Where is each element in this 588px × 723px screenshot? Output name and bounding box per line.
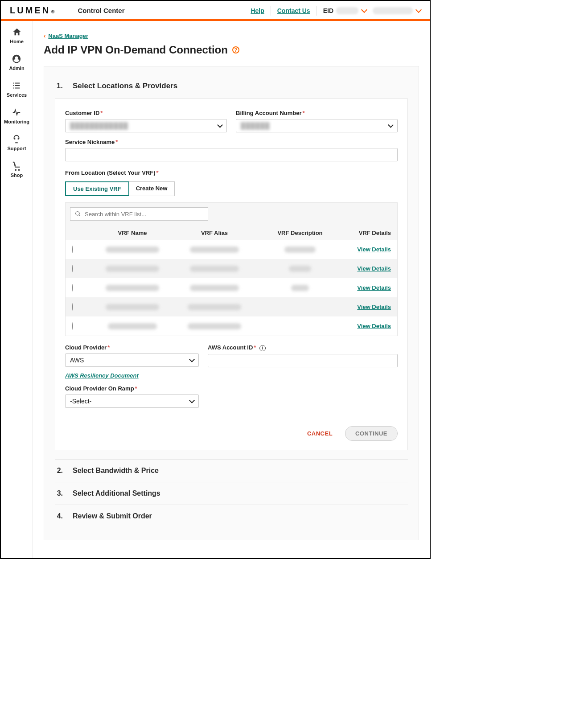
- required-marker: *: [303, 110, 305, 116]
- continue-button[interactable]: CONTINUE: [345, 426, 398, 441]
- tab-use-existing-vrf[interactable]: Use Existing VRF: [65, 181, 129, 196]
- radio-icon[interactable]: [72, 284, 73, 292]
- cancel-button[interactable]: CANCEL: [307, 430, 333, 437]
- support-icon: [12, 134, 21, 144]
- radio-icon[interactable]: [72, 322, 73, 330]
- chevron-down-icon: [189, 398, 195, 403]
- eid-value-redacted: [336, 7, 358, 14]
- sidebar-item-services[interactable]: Services: [7, 81, 27, 98]
- col-vrf-name: VRF Name: [90, 230, 175, 236]
- page-title-text: Add IP VPN On-Demand Connection: [44, 44, 228, 56]
- account-menu[interactable]: [373, 7, 421, 14]
- sidebar-label: Admin: [9, 66, 24, 71]
- step-number: 2.: [55, 467, 63, 475]
- sidebar-item-admin[interactable]: Admin: [9, 54, 24, 71]
- vrf-desc-redacted: [289, 266, 311, 272]
- cloud-provider-on-ramp-label: Cloud Provider On Ramp*: [65, 385, 199, 392]
- vrf-alias-redacted: [190, 246, 239, 253]
- eid-menu[interactable]: EID: [323, 7, 366, 14]
- sidebar-label: Monitoring: [4, 119, 29, 124]
- vrf-row[interactable]: View Details: [66, 316, 397, 336]
- aws-account-id-input[interactable]: [208, 354, 398, 367]
- cloud-provider-on-ramp-select[interactable]: -Select-: [65, 394, 199, 408]
- customer-id-select[interactable]: ████████████: [65, 119, 227, 132]
- vrf-row[interactable]: View Details: [66, 259, 397, 278]
- service-nickname-field[interactable]: [70, 148, 393, 161]
- step-4-header[interactable]: 4. Review & Submit Order: [55, 505, 408, 527]
- step-actions: CANCEL CONTINUE: [55, 417, 407, 450]
- vrf-table-body[interactable]: View Details View Details: [66, 240, 397, 336]
- view-details-link[interactable]: View Details: [357, 323, 391, 329]
- vrf-search-input[interactable]: [85, 211, 203, 218]
- step-title: Review & Submit Order: [73, 512, 152, 520]
- billing-account-select[interactable]: ██████: [236, 119, 398, 132]
- vrf-mode-tabs: Use Existing VRF Create New: [65, 181, 398, 196]
- vrf-row[interactable]: View Details: [66, 297, 397, 316]
- account-value-redacted: [373, 7, 413, 14]
- help-link[interactable]: Help: [251, 7, 264, 14]
- activity-icon: [12, 107, 21, 117]
- vrf-search[interactable]: [70, 207, 208, 221]
- help-icon[interactable]: ?: [232, 46, 239, 53]
- step-number: 1.: [55, 82, 63, 90]
- vrf-row[interactable]: View Details: [66, 240, 397, 259]
- required-marker: *: [156, 169, 158, 176]
- info-icon[interactable]: i: [259, 345, 266, 351]
- sidebar-item-home[interactable]: Home: [10, 27, 24, 44]
- aws-account-id-field[interactable]: [213, 354, 393, 367]
- cloud-provider-label: Cloud Provider*: [65, 344, 199, 351]
- chevron-down-icon: [361, 6, 367, 12]
- vrf-name-redacted: [108, 323, 157, 329]
- vrf-list-block: VRF Name VRF Alias VRF Description VRF D…: [65, 202, 398, 336]
- upcoming-steps: 2. Select Bandwidth & Price 3. Select Ad…: [55, 459, 408, 527]
- col-vrf-description: VRF Description: [254, 230, 346, 236]
- view-details-link[interactable]: View Details: [357, 246, 391, 253]
- vrf-desc-redacted: [284, 246, 316, 253]
- service-nickname-input[interactable]: [65, 148, 398, 161]
- step-3-header[interactable]: 3. Select Additional Settings: [55, 482, 408, 505]
- vrf-alias-redacted: [188, 323, 241, 329]
- required-marker: *: [115, 139, 118, 145]
- sidebar-label: Shop: [11, 173, 23, 178]
- step-title: Select Bandwidth & Price: [73, 467, 159, 475]
- view-details-link[interactable]: View Details: [357, 265, 391, 272]
- left-sidebar: Home Admin Services Monitoring: [1, 21, 33, 558]
- radio-icon[interactable]: [72, 303, 73, 311]
- on-ramp-value: -Select-: [70, 398, 91, 405]
- aws-account-id-label: AWS Account ID* i: [208, 344, 398, 351]
- tab-create-new[interactable]: Create New: [129, 181, 175, 196]
- step-title: Select Locations & Providers: [73, 82, 177, 90]
- sidebar-label: Support: [7, 146, 26, 151]
- chevron-down-icon: [388, 122, 394, 128]
- radio-icon[interactable]: [72, 246, 73, 253]
- billing-account-value-redacted: ██████: [241, 122, 270, 129]
- cart-icon: [12, 161, 22, 171]
- cloud-provider-select[interactable]: AWS: [65, 353, 199, 367]
- sidebar-item-support[interactable]: Support: [7, 134, 26, 151]
- breadcrumb: ‹ NaaS Manager: [44, 33, 419, 39]
- aws-resiliency-link[interactable]: AWS Resiliency Document: [65, 372, 199, 379]
- radio-icon[interactable]: [72, 265, 73, 272]
- col-vrf-details: VRF Details: [346, 230, 391, 236]
- sidebar-item-monitoring[interactable]: Monitoring: [4, 107, 29, 124]
- app-title: Control Center: [78, 7, 124, 14]
- main-content: ‹ NaaS Manager Add IP VPN On-Demand Conn…: [33, 21, 430, 558]
- vrf-name-redacted: [106, 266, 159, 272]
- contact-us-link[interactable]: Contact Us: [277, 7, 310, 14]
- logo-text: LUMEN: [10, 5, 50, 16]
- sidebar-item-shop[interactable]: Shop: [11, 161, 23, 178]
- step-1-header: 1. Select Locations & Providers: [55, 82, 408, 90]
- vrf-row[interactable]: View Details: [66, 278, 397, 297]
- page-title: Add IP VPN On-Demand Connection ?: [44, 44, 419, 56]
- col-vrf-alias: VRF Alias: [175, 230, 254, 236]
- breadcrumb-link-naas[interactable]: NaaS Manager: [48, 33, 88, 39]
- step-1-card: Customer ID* ████████████ Billing Accoun…: [55, 99, 408, 450]
- customer-id-value-redacted: ████████████: [70, 122, 128, 129]
- required-marker: *: [100, 110, 103, 116]
- customer-id-label: Customer ID*: [65, 110, 227, 116]
- eid-label: EID: [323, 7, 333, 14]
- view-details-link[interactable]: View Details: [357, 304, 391, 310]
- step-2-header[interactable]: 2. Select Bandwidth & Price: [55, 459, 408, 482]
- view-details-link[interactable]: View Details: [357, 284, 391, 291]
- brand-logo: LUMEN ®: [10, 5, 56, 16]
